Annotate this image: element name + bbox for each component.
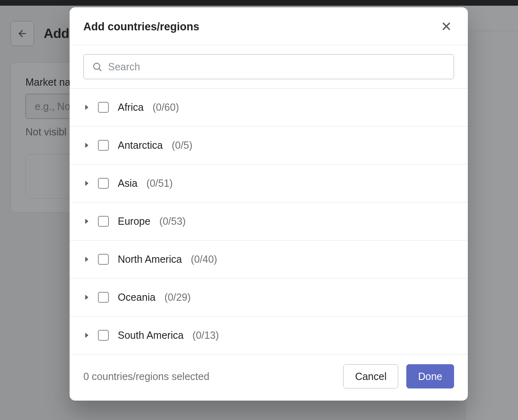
region-checkbox[interactable]	[98, 102, 109, 113]
region-name[interactable]: Europe	[118, 215, 151, 227]
region-count: (0/60)	[153, 101, 179, 113]
region-checkbox[interactable]	[98, 330, 109, 341]
region-row: Antarctica(0/5)	[70, 127, 468, 165]
search-field[interactable]	[83, 54, 454, 79]
region-name[interactable]: South America	[118, 329, 184, 341]
chevron-right-icon[interactable]	[83, 142, 90, 149]
region-checkbox[interactable]	[98, 178, 109, 189]
region-list: Africa(0/60)Antarctica(0/5)Asia(0/51)Eur…	[70, 89, 468, 354]
region-count: (0/51)	[146, 177, 173, 189]
region-count: (0/29)	[164, 291, 191, 303]
region-count: (0/13)	[193, 329, 219, 341]
chevron-right-icon[interactable]	[83, 294, 90, 301]
region-row: Europe(0/53)	[70, 203, 468, 241]
region-count: (0/5)	[172, 139, 192, 151]
region-row: Africa(0/60)	[70, 89, 468, 127]
chevron-right-icon[interactable]	[83, 332, 90, 339]
region-row: North America(0/40)	[70, 241, 468, 279]
search-icon	[92, 61, 102, 72]
done-button[interactable]: Done	[406, 364, 454, 388]
modal-footer: 0 countries/regions selected Cancel Done	[70, 354, 468, 401]
region-name[interactable]: Asia	[118, 177, 138, 189]
close-icon	[440, 20, 452, 32]
modal-header: Add countries/regions	[70, 7, 468, 45]
selection-count: 0 countries/regions selected	[83, 371, 209, 382]
chevron-right-icon[interactable]	[83, 256, 90, 263]
chevron-right-icon[interactable]	[83, 104, 90, 111]
region-row: Asia(0/51)	[70, 165, 468, 203]
add-countries-modal: Add countries/regions Africa(0/60)Antarc…	[70, 7, 468, 401]
region-name[interactable]: Africa	[118, 101, 144, 113]
chevron-right-icon[interactable]	[83, 218, 90, 225]
search-section	[70, 45, 468, 89]
search-input[interactable]	[108, 61, 446, 73]
region-checkbox[interactable]	[98, 292, 109, 303]
region-row: South America(0/13)	[70, 317, 468, 354]
region-row: Oceania(0/29)	[70, 279, 468, 317]
region-count: (0/40)	[191, 253, 217, 265]
close-button[interactable]	[439, 19, 454, 35]
region-checkbox[interactable]	[98, 216, 109, 227]
region-checkbox[interactable]	[98, 254, 109, 265]
region-checkbox[interactable]	[98, 140, 109, 151]
region-name[interactable]: Antarctica	[118, 139, 163, 151]
region-name[interactable]: North America	[118, 253, 182, 265]
cancel-button[interactable]: Cancel	[343, 364, 398, 388]
region-count: (0/53)	[159, 215, 186, 227]
chevron-right-icon[interactable]	[83, 180, 90, 187]
region-name[interactable]: Oceania	[118, 291, 155, 303]
modal-title: Add countries/regions	[83, 21, 200, 33]
